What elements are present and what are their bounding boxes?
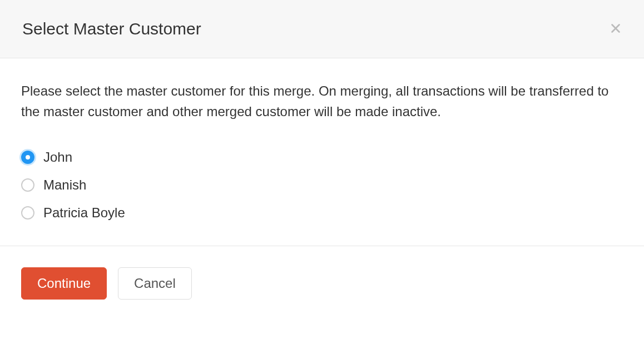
radio-option-john[interactable]: John bbox=[21, 149, 623, 165]
continue-button[interactable]: Continue bbox=[21, 267, 107, 300]
radio-icon bbox=[21, 206, 34, 220]
customer-radio-list: John Manish Patricia Boyle bbox=[21, 149, 623, 221]
radio-icon bbox=[21, 178, 34, 192]
radio-label: Manish bbox=[43, 177, 86, 193]
description-text: Please select the master customer for th… bbox=[21, 81, 623, 122]
close-button[interactable] bbox=[610, 22, 622, 36]
close-icon bbox=[610, 22, 622, 36]
modal-title: Select Master Customer bbox=[22, 19, 201, 38]
modal-header: Select Master Customer bbox=[0, 0, 644, 58]
radio-label: Patricia Boyle bbox=[43, 205, 125, 221]
radio-icon bbox=[21, 151, 34, 164]
cancel-button[interactable]: Cancel bbox=[118, 267, 192, 300]
modal-footer: Continue Cancel bbox=[0, 246, 644, 321]
modal-body: Please select the master customer for th… bbox=[0, 58, 644, 246]
radio-option-patricia-boyle[interactable]: Patricia Boyle bbox=[21, 205, 623, 221]
radio-option-manish[interactable]: Manish bbox=[21, 177, 623, 193]
radio-label: John bbox=[43, 149, 72, 165]
